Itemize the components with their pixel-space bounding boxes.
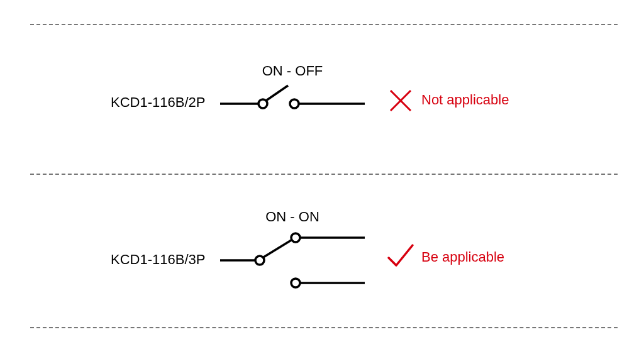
part-number-label: KCD1-116B/2P — [111, 94, 205, 111]
verdict-label: Not applicable — [421, 92, 509, 108]
cross-icon — [388, 88, 413, 113]
separator-line — [30, 174, 618, 175]
svg-line-9 — [264, 240, 291, 257]
svg-point-12 — [291, 279, 300, 287]
verdict-label: Be applicable — [421, 249, 504, 265]
svg-line-2 — [266, 86, 288, 101]
svg-point-1 — [258, 99, 267, 108]
svg-point-3 — [290, 99, 299, 108]
separator-line — [30, 24, 618, 25]
switch-row-3p: KCD1-116B/3P ON - ON Be applicable — [0, 201, 644, 321]
svg-point-10 — [291, 233, 300, 242]
spst-switch-symbol — [220, 75, 365, 126]
separator-line — [30, 327, 618, 328]
diagram-root: KCD1-116B/2P ON - OFF Not applicable KCD… — [0, 0, 644, 349]
spdt-switch-symbol — [220, 223, 365, 298]
part-number-label: KCD1-116B/3P — [111, 252, 205, 268]
switch-row-2p: KCD1-116B/2P ON - OFF Not applicable — [0, 57, 644, 157]
check-icon — [386, 243, 415, 270]
svg-point-8 — [255, 256, 264, 265]
